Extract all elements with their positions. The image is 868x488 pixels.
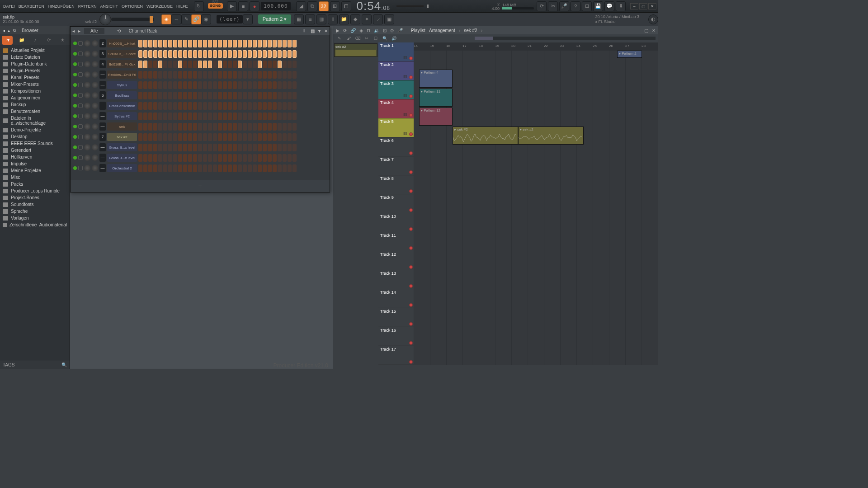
step-cell[interactable] [153, 61, 157, 68]
step-cell[interactable] [158, 133, 162, 141]
step-cell[interactable] [218, 71, 222, 79]
loop-rec-icon[interactable]: ⧠ [341, 1, 351, 11]
step-cell[interactable] [238, 144, 242, 151]
step-cell[interactable] [283, 144, 287, 151]
playlist-track-header[interactable]: Track 8 [378, 175, 414, 194]
channel-pan-knob[interactable] [84, 92, 90, 99]
step-cell[interactable] [163, 133, 167, 141]
step-cell[interactable] [283, 102, 287, 110]
browser-item[interactable]: Projekt-Bones [0, 194, 70, 201]
track-arm-icon[interactable] [409, 303, 413, 307]
step-cell[interactable] [213, 133, 217, 141]
step-cell[interactable] [183, 154, 187, 162]
step-cell[interactable] [178, 50, 182, 58]
step-cell[interactable] [138, 40, 142, 47]
step-cell[interactable] [268, 81, 272, 89]
step-cell[interactable] [148, 92, 152, 99]
step-cell[interactable] [143, 123, 147, 131]
step-cell[interactable] [168, 154, 172, 162]
playlist-track-header[interactable]: Track 1▥ [378, 42, 414, 61]
step-cell[interactable] [213, 61, 217, 68]
step-cell[interactable] [223, 154, 227, 162]
pl-mic-icon[interactable]: 🎤 [397, 28, 403, 33]
step-cell[interactable] [248, 40, 252, 47]
browser-item[interactable]: Dateien in d..wischenablage [0, 115, 70, 127]
step-cell[interactable] [173, 123, 177, 131]
step-cell[interactable] [163, 71, 167, 79]
playlist-track-header[interactable]: Track 16 [378, 327, 414, 346]
step-cell[interactable] [238, 123, 242, 131]
step-cell[interactable] [292, 123, 297, 131]
step-cell[interactable] [263, 40, 267, 47]
step-cell[interactable] [178, 102, 182, 110]
menu-hilfe[interactable]: HILFE [175, 3, 189, 9]
step-cell[interactable] [268, 61, 272, 68]
pl-sync-icon[interactable]: ⟳ [343, 28, 347, 33]
step-cell[interactable] [288, 102, 292, 110]
step-cell[interactable] [273, 81, 277, 89]
browser-button[interactable]: 📁 [339, 14, 349, 24]
step-cell[interactable] [268, 50, 272, 58]
step-cell[interactable] [183, 71, 187, 79]
step-cell[interactable] [153, 144, 157, 151]
step-cell[interactable] [178, 81, 182, 89]
step-cell[interactable] [208, 71, 212, 79]
step-cell[interactable] [218, 164, 222, 172]
channel-route[interactable]: 2 [99, 39, 106, 47]
pl-zoom2-icon[interactable]: 🔍 [381, 35, 388, 42]
channel-route[interactable]: — [99, 154, 106, 162]
step-cell[interactable] [208, 102, 212, 110]
help-icon[interactable]: ? [571, 1, 580, 11]
channel-pan-knob[interactable] [84, 40, 90, 47]
step-cell[interactable] [238, 113, 242, 120]
channel-route[interactable]: — [99, 164, 106, 172]
browser-search-icon[interactable]: 🔍 [61, 362, 67, 367]
step-cell[interactable] [243, 92, 247, 99]
step-cell[interactable] [273, 113, 277, 120]
step-cell[interactable] [173, 164, 177, 172]
channel-pan-knob[interactable] [84, 71, 90, 78]
step-cell[interactable] [218, 102, 222, 110]
step-cell[interactable] [228, 50, 232, 58]
step-cell[interactable] [198, 40, 202, 47]
channel-name-button[interactable]: Sytrus [107, 81, 137, 89]
channel-vol-knob[interactable] [92, 144, 98, 150]
step-cell[interactable] [292, 81, 297, 89]
pl-preview-icon[interactable]: 🔊 [390, 35, 397, 42]
step-cell[interactable] [268, 144, 272, 151]
step-cell[interactable] [228, 81, 232, 89]
playlist-clip[interactable]: ▸ sek #2 [453, 127, 518, 145]
step-cell[interactable] [268, 102, 272, 110]
step-cell[interactable] [203, 71, 207, 79]
step-cell[interactable] [203, 50, 207, 58]
step-cell[interactable] [173, 113, 177, 120]
step-cell[interactable] [143, 92, 147, 99]
step-cell[interactable] [198, 164, 202, 172]
step-cell[interactable] [158, 81, 162, 89]
step-cell[interactable] [163, 61, 167, 68]
browser-item[interactable]: Meine Projekte [0, 167, 70, 174]
step-cell[interactable] [258, 102, 262, 110]
step-cell[interactable] [193, 133, 197, 141]
step-cell[interactable] [273, 164, 277, 172]
browser-item[interactable]: Letzte Dateien [0, 54, 70, 61]
channel-led[interactable] [73, 135, 77, 139]
step-cell[interactable] [213, 113, 217, 120]
step-cell[interactable] [218, 81, 222, 89]
step-cell[interactable] [258, 81, 262, 89]
channel-led[interactable] [73, 62, 77, 66]
channel-route[interactable]: — [99, 81, 106, 89]
step-cell[interactable] [268, 71, 272, 79]
step-cell[interactable] [263, 123, 267, 131]
track-arm-icon[interactable] [409, 265, 413, 269]
step-cell[interactable] [143, 50, 147, 58]
step-cell[interactable] [263, 50, 267, 58]
step-cell[interactable] [263, 92, 267, 99]
step-cell[interactable] [288, 81, 292, 89]
browser-item[interactable]: Soundfonts [0, 201, 70, 208]
track-arm-icon[interactable] [409, 56, 413, 60]
step-cell[interactable] [188, 102, 192, 110]
step-cell[interactable] [138, 123, 142, 131]
channel-vol-knob[interactable] [92, 103, 98, 109]
step-cell[interactable] [278, 50, 282, 58]
